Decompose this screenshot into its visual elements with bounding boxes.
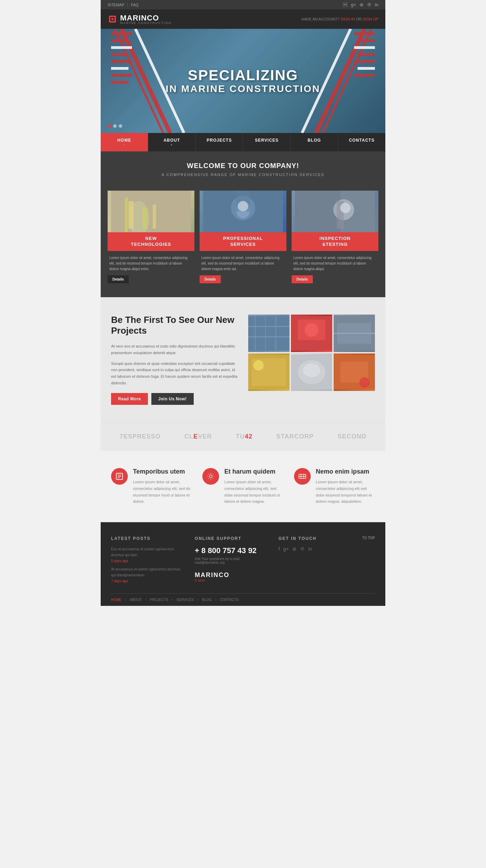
service-image-svg-2 xyxy=(292,191,378,232)
sign-up-link[interactable]: SIGN UP xyxy=(363,17,378,21)
to-top-button[interactable]: TO TOP xyxy=(362,536,375,583)
join-us-button[interactable]: Join Us Now! xyxy=(151,393,194,405)
projects-title: Be The First To See Our New Projects xyxy=(111,315,238,336)
svg-line-14 xyxy=(316,29,364,133)
footer-pinterest-icon[interactable]: ℗ xyxy=(300,546,305,552)
hero-title-line1: SPECIALIZING xyxy=(166,67,320,83)
projects-text-2: Sorupti quos dolores et quas molestias e… xyxy=(111,360,238,386)
service-btn-0[interactable]: Details xyxy=(108,275,129,283)
svg-rect-18 xyxy=(358,39,375,42)
rss-icon[interactable]: ⊛ xyxy=(360,2,363,7)
projects-left: Be The First To See Our New Projects At … xyxy=(111,315,238,405)
footer-googleplus-icon[interactable]: g+ xyxy=(283,546,289,552)
service-label-0: NEWTECHNOLOGIES xyxy=(108,232,194,251)
footer-blog-link[interactable]: BLOG xyxy=(202,598,212,602)
svg-rect-27 xyxy=(142,208,148,229)
welcome-title: WELCOME TO OUR COMPANY! xyxy=(108,162,378,170)
feature-content-2: Nemo enim ipsam Lorem ipsum dolor sit am… xyxy=(316,468,375,505)
top-bar-links: SITEMAP | FAQ xyxy=(108,3,139,7)
service-text-0: Lorem ipsum dolor sit amet, consectetur … xyxy=(108,251,194,275)
logo-sub: MARINE CONSTRUCTION xyxy=(120,21,171,25)
svg-rect-6 xyxy=(111,32,132,35)
svg-rect-12 xyxy=(111,74,132,77)
nav-home[interactable]: HOME ▼ xyxy=(101,133,148,151)
project-thumb-3[interactable] xyxy=(334,315,375,352)
dot-2[interactable] xyxy=(113,124,117,128)
googleplus-icon[interactable]: g+ xyxy=(351,2,356,7)
svg-rect-8 xyxy=(111,46,132,49)
svg-rect-28 xyxy=(153,205,156,229)
footer-services-link[interactable]: SERVICES xyxy=(176,598,194,602)
feature-item-1: Et harum quidem Lorem ipsum dolor sit am… xyxy=(202,468,283,505)
sign-in-link[interactable]: SIGN IN xyxy=(341,17,355,21)
header: MARINCO MARINE CONSTRUCTION HAVE AN ACCO… xyxy=(101,9,385,29)
dot-3[interactable] xyxy=(119,124,122,128)
svg-rect-22 xyxy=(358,67,375,70)
service-image-1 xyxy=(200,191,286,232)
footer-bottom-links: HOME • ABOUT • PROJECTS • SERVICES • BLO… xyxy=(111,598,239,602)
hero-section: SPECIALIZING IN MARINE CONSTRUCTION xyxy=(101,29,385,133)
projects-grid xyxy=(248,315,375,391)
nav-about[interactable]: ABOUT ▼ xyxy=(148,133,196,151)
hero-title-line2: IN MARINE CONSTRUCTION xyxy=(166,83,320,94)
footer-facebook-icon[interactable]: f xyxy=(278,546,280,552)
project-thumb-4[interactable] xyxy=(248,353,290,391)
faq-link[interactable]: FAQ xyxy=(131,3,139,7)
service-btn-1[interactable]: Details xyxy=(200,275,221,283)
feature-title-2: Nemo enim ipsam xyxy=(316,468,375,475)
footer-contact-title: GET IN TOUCH xyxy=(278,536,352,541)
brand-second: SECOND xyxy=(338,433,367,440)
nav-projects[interactable]: PROJECTS xyxy=(196,133,243,151)
footer-linkedin-icon[interactable]: in xyxy=(308,546,312,552)
brands-section: 7ESPRESSO CLEVER TU42 STARCORP SECOND xyxy=(101,422,385,451)
svg-rect-29 xyxy=(125,198,128,232)
footer-phone: + 8 800 757 43 92 xyxy=(195,546,268,555)
feature-text-2: Lorem ipsum dolor sit amet, consectetur … xyxy=(316,479,375,505)
dot-1[interactable] xyxy=(108,124,111,128)
footer-contacts-link[interactable]: CONTACTS xyxy=(220,598,239,602)
feature-title-1: Et harum quidem xyxy=(224,468,283,475)
project-thumb-1[interactable] xyxy=(248,315,290,352)
sitemap-link[interactable]: SITEMAP xyxy=(108,3,124,7)
footer-projects-link[interactable]: PROJECTS xyxy=(150,598,168,602)
footer-email: Ask Your questions by e-mail: mail@demol… xyxy=(195,557,268,565)
svg-rect-23 xyxy=(354,74,375,77)
projects-section: Be The First To See Our New Projects At … xyxy=(101,297,385,423)
svg-rect-24 xyxy=(111,191,191,232)
logo: MARINCO MARINE CONSTRUCTION xyxy=(108,14,171,25)
header-account: HAVE AN ACCOUNT? SIGN IN OR SIGN UP xyxy=(301,17,378,21)
svg-rect-26 xyxy=(128,201,134,229)
project-thumb-2[interactable] xyxy=(291,315,332,352)
project-thumb-5[interactable] xyxy=(291,353,332,391)
footer-about-link[interactable]: ABOUT xyxy=(130,598,142,602)
nav-services[interactable]: SERVICES xyxy=(243,133,291,151)
service-card-2: INSPECTION&TESTING Lorem ipsum dolor sit… xyxy=(292,191,378,287)
footer-home-link[interactable]: HOME xyxy=(111,598,122,602)
svg-point-39 xyxy=(340,203,351,213)
service-card-1: PROFESSIONALSERVICES Lorem ipsum dolor s… xyxy=(200,191,286,287)
nav-blog[interactable]: BLOG xyxy=(291,133,338,151)
read-more-button[interactable]: Read More xyxy=(111,393,148,405)
svg-rect-10 xyxy=(111,60,132,63)
footer: LATEST POSTS Eos et accusamus et iustom … xyxy=(101,522,385,606)
footer-post-1-date[interactable]: 5 days ago xyxy=(111,559,184,563)
service-btn-2[interactable]: Details xyxy=(292,275,313,283)
projects-buttons: Read More Join Us Now! xyxy=(111,393,238,405)
svg-point-48 xyxy=(305,323,319,337)
nav-contacts[interactable]: CONTACTS xyxy=(338,133,385,151)
service-image-0 xyxy=(108,191,194,232)
pinterest-icon[interactable]: ℗ xyxy=(367,2,371,7)
footer-online-support: ONLINE SUPPORT + 8 800 757 43 92 Ask You… xyxy=(195,536,268,583)
logo-icon xyxy=(108,14,117,24)
footer-rss-icon[interactable]: ⊛ xyxy=(292,546,296,552)
linkedin-icon[interactable]: in xyxy=(375,2,378,7)
facebook-icon[interactable]:  xyxy=(343,2,347,7)
footer-post-2-date[interactable]: 7 days ago xyxy=(111,579,184,583)
svg-point-34 xyxy=(238,201,248,211)
svg-rect-9 xyxy=(111,53,128,56)
footer-support-title: ONLINE SUPPORT xyxy=(195,536,268,541)
footer-bottom: HOME • ABOUT • PROJECTS • SERVICES • BLO… xyxy=(111,593,375,606)
svg-point-65 xyxy=(209,475,212,478)
project-thumb-6[interactable] xyxy=(334,353,375,391)
feature-content-0: Temporibus utem Lorem ipsum dolor sit am… xyxy=(133,468,192,505)
